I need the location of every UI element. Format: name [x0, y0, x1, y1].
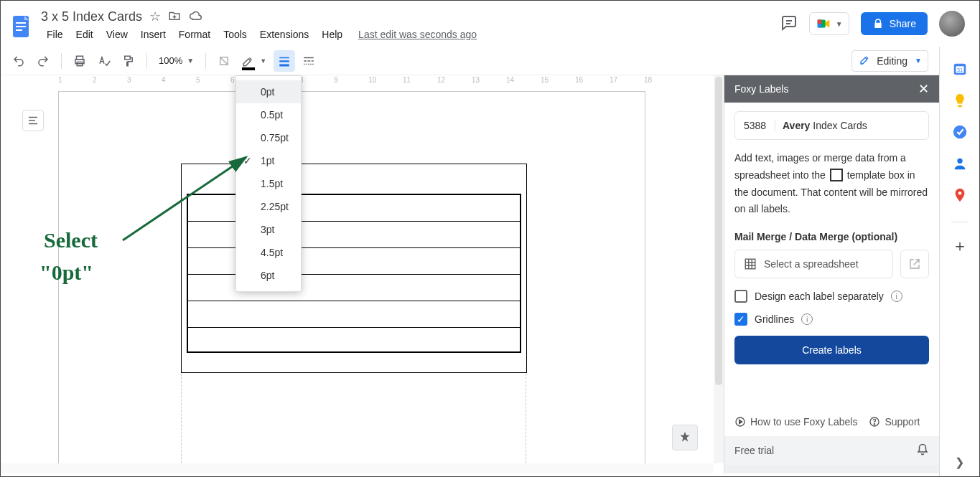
ruler-tick-label: 13	[472, 76, 480, 84]
svg-rect-3	[16, 29, 22, 31]
mode-switcher[interactable]: Editing ▼	[851, 50, 928, 72]
border-width-option[interactable]: 0.75pt	[236, 126, 301, 149]
annotation-arrow	[123, 147, 266, 255]
howto-link[interactable]: How to use Foxy Labels	[734, 416, 857, 428]
open-external-button[interactable]	[900, 250, 929, 278]
ruler-tick-label: 9	[334, 76, 338, 84]
menu-bar: File Edit View Insert Format Tools Exten…	[38, 24, 477, 44]
info-icon[interactable]: i	[801, 313, 813, 325]
outline-toggle-button[interactable]	[22, 110, 44, 131]
info-icon[interactable]: i	[891, 291, 902, 302]
ruler-tick-label: 11	[403, 76, 411, 84]
border-width-option-label: 0.5pt	[261, 109, 283, 121]
workspace: 123456789101112131415161718	[1, 75, 939, 473]
svg-rect-1	[16, 22, 26, 24]
pencil-icon	[859, 54, 871, 67]
menu-tools[interactable]: Tools	[218, 26, 253, 43]
caret-down-icon: ▼	[187, 57, 194, 65]
border-width-option-label: 0pt	[261, 86, 274, 98]
tasks-app-icon[interactable]	[952, 124, 968, 140]
document-area: 123456789101112131415161718	[1, 75, 724, 473]
ruler-tick-label: 18	[644, 76, 652, 84]
foxy-title: Foxy Labels	[734, 83, 788, 95]
foxy-panel-header: Foxy Labels ✕	[724, 75, 939, 103]
share-button[interactable]: Share	[861, 12, 928, 35]
redo-button[interactable]	[32, 50, 54, 72]
mail-merge-heading: Mail Merge / Data Merge (optional)	[734, 231, 929, 242]
svg-rect-2	[16, 26, 26, 27]
design-each-checkbox-row[interactable]: Design each label separately i	[734, 290, 929, 303]
checkbox[interactable]: ✓	[734, 313, 747, 326]
ruler-tick-label: 16	[575, 76, 583, 84]
template-selector[interactable]: 5388 Avery Index Cards	[734, 111, 929, 140]
gridlines-checkbox-row[interactable]: ✓ Gridlines i	[734, 313, 929, 326]
last-edit-link[interactable]: Last edit was seconds ago	[358, 29, 477, 40]
menu-file[interactable]: File	[41, 26, 69, 43]
doc-title[interactable]: 3 x 5 Index Cards	[41, 9, 142, 24]
menu-extensions[interactable]: Extensions	[254, 26, 314, 43]
table-row[interactable]	[188, 301, 520, 328]
svg-text:31: 31	[956, 67, 962, 73]
star-icon[interactable]: ☆	[149, 10, 161, 23]
svg-rect-16	[279, 60, 289, 62]
support-link[interactable]: Support	[869, 416, 920, 428]
move-icon[interactable]	[168, 9, 181, 24]
svg-line-30	[123, 157, 246, 240]
mode-label: Editing	[877, 55, 907, 67]
explore-button[interactable]	[672, 425, 698, 450]
ruler-horizontal[interactable]: 123456789101112131415161718	[17, 75, 714, 87]
svg-rect-26	[312, 63, 314, 65]
paint-format-button[interactable]	[118, 50, 139, 72]
annotation-text: Select	[44, 228, 98, 252]
help-icon	[869, 416, 880, 428]
menu-insert[interactable]: Insert	[135, 26, 172, 43]
contacts-app-icon[interactable]	[952, 156, 968, 171]
template-name: Avery Index Cards	[775, 120, 867, 131]
select-spreadsheet-button[interactable]: Select a spreadsheet	[734, 250, 893, 278]
gridlines-label: Gridlines	[755, 313, 794, 325]
cloud-status-icon[interactable]	[188, 9, 202, 24]
table-row[interactable]	[188, 328, 520, 354]
keep-app-icon[interactable]	[952, 93, 968, 108]
border-width-option[interactable]: 0.5pt	[236, 103, 301, 126]
foxy-panel: Foxy Labels ✕ 5388 Avery Index Cards Add…	[724, 75, 939, 473]
checkbox[interactable]	[734, 290, 747, 303]
border-width-button[interactable]	[274, 50, 295, 72]
meet-icon	[816, 16, 831, 32]
grid-icon	[744, 258, 757, 270]
maps-app-icon[interactable]	[952, 187, 968, 203]
title-bar: 3 x 5 Index Cards ☆ File Edit View Inser…	[1, 1, 979, 47]
ruler-tick-label: 6	[230, 76, 235, 84]
border-dash-button[interactable]	[298, 50, 319, 72]
print-button[interactable]	[69, 50, 90, 72]
collapse-rail-button[interactable]: ❯	[955, 455, 964, 469]
border-width-option[interactable]: 0pt	[236, 80, 301, 103]
spellcheck-button[interactable]	[93, 50, 115, 72]
menu-view[interactable]: View	[101, 26, 134, 43]
svg-line-14	[220, 57, 228, 65]
scrollbar-horizontal[interactable]	[1, 463, 714, 473]
account-avatar[interactable]	[939, 11, 965, 37]
close-icon[interactable]: ✕	[918, 81, 929, 97]
menu-edit[interactable]: Edit	[70, 26, 99, 43]
menu-help[interactable]: Help	[316, 26, 348, 43]
ruler-vertical[interactable]	[4, 87, 15, 463]
scrollbar-vertical[interactable]	[714, 75, 724, 463]
menu-format[interactable]: Format	[173, 26, 216, 43]
docs-logo[interactable]	[6, 12, 35, 41]
bell-icon[interactable]	[916, 443, 929, 458]
fill-color-button[interactable]	[213, 50, 235, 72]
border-width-option[interactable]: 6pt	[236, 264, 301, 287]
comments-icon[interactable]	[780, 14, 798, 34]
caret-down-icon: ▼	[836, 20, 843, 28]
trial-bar[interactable]: Free trial	[724, 436, 939, 465]
panel-scrollbar[interactable]	[724, 465, 939, 473]
zoom-select[interactable]: 100% ▼	[154, 55, 198, 66]
svg-rect-25	[310, 63, 312, 65]
undo-button[interactable]	[8, 50, 29, 72]
meet-button[interactable]: ▼	[809, 12, 849, 35]
calendar-app-icon[interactable]: 31	[952, 61, 968, 77]
get-addons-button[interactable]: ＋	[952, 238, 968, 254]
create-labels-button[interactable]: Create labels	[734, 336, 929, 364]
border-color-button[interactable]: ▼	[238, 50, 259, 72]
